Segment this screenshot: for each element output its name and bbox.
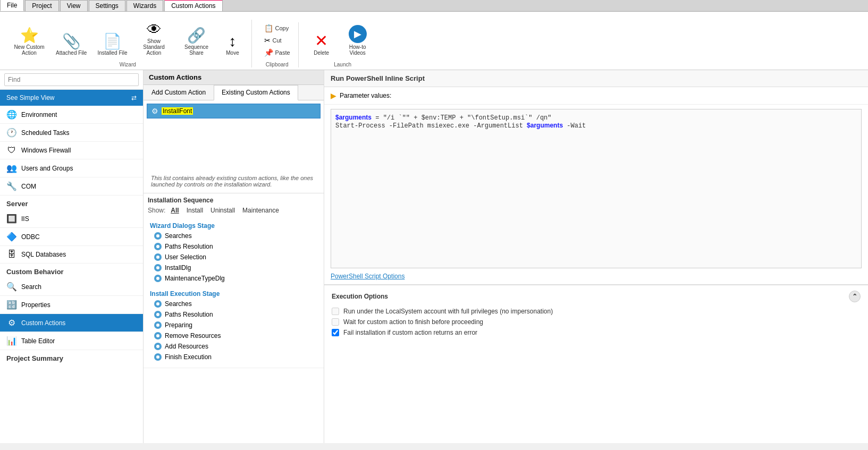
how-to-videos-button[interactable]: ▶ How-to Videos (338, 22, 377, 58)
tab-settings[interactable]: Settings (89, 0, 125, 11)
sidebar-item-label-custom-actions: Custom Actions (21, 319, 65, 327)
installed-file-icon: 📄 (103, 34, 122, 49)
seq-item-paths-resolution-2[interactable]: Paths Resolution (148, 309, 319, 320)
center-panel-title: Custom Actions (144, 70, 324, 85)
show-install-option[interactable]: Install (184, 206, 205, 215)
fail-label: Fail installation if custom action retur… (343, 329, 477, 336)
ribbon-clipboard-group: 📋 Copy ✂ Cut 📌 Paste Clipboard (256, 22, 299, 67)
installed-file-button[interactable]: 📄 Installed File (94, 31, 131, 58)
attached-file-label: Attached File (56, 50, 87, 56)
tab-existing-custom-actions[interactable]: Existing Custom Actions (214, 85, 298, 100)
iis-icon: 🔲 (6, 214, 17, 224)
delete-button[interactable]: ✕ Delete (308, 30, 335, 58)
paste-button[interactable]: 📌 Paste (262, 47, 293, 58)
new-custom-action-icon: ⭐ (20, 28, 39, 43)
exec-option-localsystem: Run under the LocalSystem account with f… (332, 308, 861, 315)
sidebar-item-sql-databases[interactable]: 🗄 SQL Databases (0, 246, 143, 264)
ca-item-installfont[interactable]: ⚙ InstallFont (147, 104, 321, 118)
seq-item-searches-1[interactable]: Searches (148, 231, 319, 241)
tab-file[interactable]: File (0, 0, 24, 11)
install-execution-stage: Install Execution Stage Searches Paths R… (148, 286, 319, 364)
installfont-icon: ⚙ (151, 107, 158, 115)
show-standard-action-button[interactable]: 👁 Show Standard Action (134, 20, 174, 58)
collapse-button[interactable]: ⌃ (849, 291, 861, 302)
seq-item-add-resources[interactable]: Add Resources (148, 341, 319, 352)
ca-note: This list contains already existing cust… (147, 172, 321, 190)
param-icon: ▶ (331, 91, 336, 100)
sidebar-items: 🌐 Environment 🕐 Scheduled Tasks 🛡 Window… (0, 106, 143, 443)
installfont-label: InstallFont (162, 107, 193, 115)
sidebar-item-scheduled-tasks[interactable]: 🕐 Scheduled Tasks (0, 124, 143, 142)
install-execution-stage-title: Install Execution Stage (148, 288, 319, 299)
com-icon: 🔧 (6, 181, 17, 191)
sidebar-item-users-and-groups[interactable]: 👥 Users and Groups (0, 159, 143, 177)
simple-view-icon: ⇄ (131, 94, 137, 101)
seq-dot (154, 332, 162, 339)
show-standard-action-label: Show Standard Action (138, 38, 170, 56)
tab-wizards[interactable]: Wizards (127, 0, 163, 11)
sidebar-item-odbc[interactable]: 🔷 ODBC (0, 228, 143, 246)
sequence-share-button[interactable]: 🔗 Sequence Share (177, 26, 216, 58)
seq-item-maintenancetypedlg[interactable]: MaintenanceTypeDlg (148, 273, 319, 284)
wait-checkbox[interactable] (332, 318, 339, 326)
users-and-groups-icon: 👥 (6, 163, 17, 173)
seq-item-searches-2[interactable]: Searches (148, 299, 319, 309)
sidebar-item-iis[interactable]: 🔲 IIS (0, 210, 143, 228)
sidebar-item-windows-firewall[interactable]: 🛡 Windows Firewall (0, 142, 143, 159)
seq-item-paths-resolution-1[interactable]: Paths Resolution (148, 241, 319, 252)
sidebar-item-label-properties: Properties (21, 301, 50, 309)
search-input[interactable] (4, 73, 139, 86)
seq-item-user-selection[interactable]: User Selection (148, 252, 319, 262)
right-panel-header: Run PowerShell Inline Script (324, 70, 868, 87)
exec-options-header[interactable]: Execution Options ⌃ (332, 291, 861, 302)
project-summary-section-label: Project Summary (0, 350, 143, 364)
wizard-dialogs-stage: Wizard Dialogs Stage Searches Paths Reso… (148, 218, 319, 286)
sidebar-item-search[interactable]: 🔍 Search (0, 278, 143, 296)
sidebar-item-environment[interactable]: 🌐 Environment (0, 106, 143, 124)
ribbon-launch-group: ✕ Delete ▶ How-to Videos Launch (303, 22, 383, 67)
custom-behavior-section-label: Custom Behavior (0, 264, 143, 278)
simple-view-button[interactable]: See Simple View ⇄ (0, 90, 143, 106)
sequence-share-label: Sequence Share (181, 44, 213, 56)
tab-add-custom-action[interactable]: Add Custom Action (144, 85, 214, 100)
sequence-share-icon: 🔗 (187, 28, 206, 43)
sidebar-item-properties[interactable]: 🔡 Properties (0, 296, 143, 314)
show-all-option[interactable]: All (168, 206, 181, 215)
seq-item-preparing[interactable]: Preparing (148, 320, 319, 330)
right-panel: Run PowerShell Inline Script ▶ Parameter… (324, 70, 868, 443)
exec-options-title: Execution Options (332, 293, 388, 300)
ca-empty-space (147, 118, 321, 172)
move-icon: ↕ (229, 34, 237, 49)
seq-item-finish-execution[interactable]: Finish Execution (148, 352, 319, 362)
copy-button[interactable]: 📋 Copy (262, 22, 293, 34)
sidebar-item-com[interactable]: 🔧 COM (0, 177, 143, 196)
installation-sequence: Installation Sequence Show: All Install … (144, 193, 324, 368)
cut-button[interactable]: ✂ Cut (262, 35, 293, 46)
tab-view[interactable]: View (60, 0, 88, 11)
seq-item-installdlg[interactable]: InstallDlg (148, 262, 319, 273)
paste-label: Paste (275, 49, 290, 56)
sidebar-item-label-scheduled-tasks: Scheduled Tasks (21, 129, 70, 137)
sidebar: See Simple View ⇄ 🌐 Environment 🕐 Schedu… (0, 70, 144, 443)
move-button[interactable]: ↕ Move (220, 31, 246, 58)
powershell-link[interactable]: PowerShell Script Options (324, 273, 868, 284)
tab-custom-actions[interactable]: Custom Actions (164, 0, 222, 11)
fail-checkbox[interactable] (332, 329, 339, 336)
sidebar-item-custom-actions[interactable]: ⚙ Custom Actions (0, 314, 143, 332)
installed-file-label: Installed File (97, 50, 127, 56)
exec-option-fail: Fail installation if custom action retur… (332, 329, 861, 336)
tab-project[interactable]: Project (25, 0, 58, 11)
exec-option-wait: Wait for custom action to finish before … (332, 318, 861, 326)
seq-item-remove-resources[interactable]: Remove Resources (148, 330, 319, 341)
attached-file-button[interactable]: 📎 Attached File (52, 31, 90, 58)
show-uninstall-option[interactable]: Uninstall (208, 206, 237, 215)
code-area[interactable]: $arguments = "/i `"" + $env:TEMP + "\fon… (331, 109, 862, 268)
seq-dot (154, 311, 162, 318)
show-maintenance-option[interactable]: Maintenance (240, 206, 281, 215)
properties-icon: 🔡 (6, 300, 17, 310)
sidebar-item-table-editor[interactable]: 📊 Table Editor (0, 332, 143, 350)
search-box (0, 70, 143, 90)
new-custom-action-button[interactable]: ⭐ New Custom Action (10, 26, 49, 58)
localsystem-checkbox[interactable] (332, 308, 339, 315)
seq-label-installdlg: InstallDlg (165, 264, 191, 271)
